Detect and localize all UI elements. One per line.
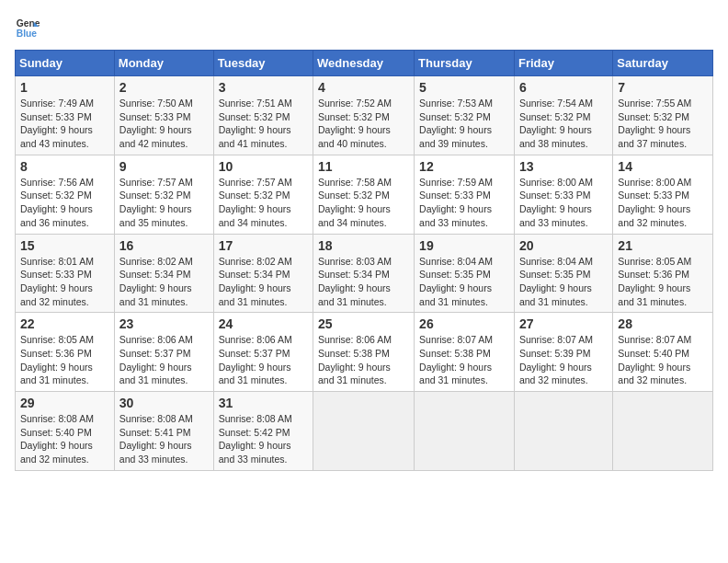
day-info: Sunrise: 8:08 AMSunset: 5:42 PMDaylight:… — [219, 412, 308, 466]
calendar-cell: 1Sunrise: 7:49 AMSunset: 5:33 PMDaylight… — [16, 76, 115, 155]
day-info: Sunrise: 8:06 AMSunset: 5:37 PMDaylight:… — [119, 333, 209, 387]
calendar-cell: 7Sunrise: 7:55 AMSunset: 5:32 PMDaylight… — [613, 76, 713, 155]
day-info: Sunrise: 7:53 AMSunset: 5:32 PMDaylight:… — [419, 97, 509, 151]
day-number: 28 — [618, 316, 708, 331]
weekday-header-saturday: Saturday — [613, 51, 713, 76]
day-number: 2 — [119, 80, 209, 95]
day-info: Sunrise: 8:00 AMSunset: 5:33 PMDaylight:… — [618, 176, 708, 230]
day-info: Sunrise: 7:57 AMSunset: 5:32 PMDaylight:… — [219, 176, 308, 230]
day-number: 23 — [119, 316, 209, 331]
day-number: 15 — [20, 238, 109, 253]
day-number: 25 — [318, 316, 409, 331]
calendar-week-5: 29Sunrise: 8:08 AMSunset: 5:40 PMDayligh… — [16, 392, 713, 471]
calendar-cell: 16Sunrise: 8:02 AMSunset: 5:34 PMDayligh… — [114, 234, 213, 313]
weekday-header-sunday: Sunday — [16, 51, 115, 76]
day-number: 26 — [419, 316, 509, 331]
day-info: Sunrise: 8:07 AMSunset: 5:38 PMDaylight:… — [419, 333, 509, 387]
day-number: 31 — [219, 396, 308, 410]
calendar-cell: 29Sunrise: 8:08 AMSunset: 5:40 PMDayligh… — [16, 392, 115, 471]
calendar-cell: 2Sunrise: 7:50 AMSunset: 5:33 PMDaylight… — [114, 76, 213, 155]
day-info: Sunrise: 8:08 AMSunset: 5:40 PMDaylight:… — [20, 412, 109, 466]
calendar-week-3: 15Sunrise: 8:01 AMSunset: 5:33 PMDayligh… — [16, 234, 713, 313]
calendar-cell — [313, 392, 415, 471]
calendar-cell: 9Sunrise: 7:57 AMSunset: 5:32 PMDaylight… — [114, 155, 213, 234]
day-info: Sunrise: 8:05 AMSunset: 5:36 PMDaylight:… — [20, 333, 109, 387]
calendar-cell: 26Sunrise: 8:07 AMSunset: 5:38 PMDayligh… — [415, 313, 515, 392]
calendar-cell: 31Sunrise: 8:08 AMSunset: 5:42 PMDayligh… — [213, 392, 313, 471]
calendar-week-4: 22Sunrise: 8:05 AMSunset: 5:36 PMDayligh… — [16, 313, 713, 392]
calendar-week-1: 1Sunrise: 7:49 AMSunset: 5:33 PMDaylight… — [16, 76, 713, 155]
day-number: 22 — [20, 316, 109, 331]
svg-text:General: General — [17, 18, 40, 29]
day-number: 18 — [318, 238, 409, 253]
day-info: Sunrise: 8:07 AMSunset: 5:39 PMDaylight:… — [519, 333, 608, 387]
day-info: Sunrise: 7:50 AMSunset: 5:33 PMDaylight:… — [119, 97, 209, 151]
calendar-cell: 14Sunrise: 8:00 AMSunset: 5:33 PMDayligh… — [613, 155, 713, 234]
day-info: Sunrise: 8:06 AMSunset: 5:38 PMDaylight:… — [318, 333, 409, 387]
day-info: Sunrise: 8:04 AMSunset: 5:35 PMDaylight:… — [419, 255, 509, 309]
day-number: 10 — [219, 159, 308, 174]
day-number: 3 — [219, 80, 308, 95]
calendar-cell: 8Sunrise: 7:56 AMSunset: 5:32 PMDaylight… — [16, 155, 115, 234]
calendar-table: SundayMondayTuesdayWednesdayThursdayFrid… — [15, 50, 713, 471]
day-info: Sunrise: 7:59 AMSunset: 5:33 PMDaylight:… — [419, 176, 509, 230]
day-number: 16 — [119, 238, 209, 253]
day-info: Sunrise: 7:52 AMSunset: 5:32 PMDaylight:… — [318, 97, 409, 151]
day-number: 20 — [519, 238, 608, 253]
day-info: Sunrise: 7:51 AMSunset: 5:32 PMDaylight:… — [219, 97, 308, 151]
day-number: 12 — [419, 159, 509, 174]
page-header: General Blue — [15, 15, 713, 40]
calendar-cell — [415, 392, 515, 471]
calendar-cell: 23Sunrise: 8:06 AMSunset: 5:37 PMDayligh… — [114, 313, 213, 392]
calendar-cell: 24Sunrise: 8:06 AMSunset: 5:37 PMDayligh… — [213, 313, 313, 392]
day-info: Sunrise: 8:01 AMSunset: 5:33 PMDaylight:… — [20, 255, 109, 309]
weekday-header-thursday: Thursday — [415, 51, 515, 76]
calendar-week-2: 8Sunrise: 7:56 AMSunset: 5:32 PMDaylight… — [16, 155, 713, 234]
calendar-cell: 15Sunrise: 8:01 AMSunset: 5:33 PMDayligh… — [16, 234, 115, 313]
day-info: Sunrise: 8:05 AMSunset: 5:36 PMDaylight:… — [618, 255, 708, 309]
logo: General Blue — [15, 15, 44, 40]
calendar-cell: 17Sunrise: 8:02 AMSunset: 5:34 PMDayligh… — [213, 234, 313, 313]
day-number: 29 — [20, 396, 109, 410]
day-number: 11 — [318, 159, 409, 174]
calendar-cell: 21Sunrise: 8:05 AMSunset: 5:36 PMDayligh… — [613, 234, 713, 313]
day-info: Sunrise: 8:02 AMSunset: 5:34 PMDaylight:… — [219, 255, 308, 309]
svg-text:Blue: Blue — [17, 29, 38, 39]
calendar-cell: 10Sunrise: 7:57 AMSunset: 5:32 PMDayligh… — [213, 155, 313, 234]
day-info: Sunrise: 8:06 AMSunset: 5:37 PMDaylight:… — [219, 333, 308, 387]
day-info: Sunrise: 8:03 AMSunset: 5:34 PMDaylight:… — [318, 255, 409, 309]
day-number: 9 — [119, 159, 209, 174]
day-info: Sunrise: 8:08 AMSunset: 5:41 PMDaylight:… — [119, 412, 209, 466]
calendar-cell: 20Sunrise: 8:04 AMSunset: 5:35 PMDayligh… — [514, 234, 612, 313]
calendar-cell: 11Sunrise: 7:58 AMSunset: 5:32 PMDayligh… — [313, 155, 415, 234]
day-number: 13 — [519, 159, 608, 174]
day-info: Sunrise: 7:49 AMSunset: 5:33 PMDaylight:… — [20, 97, 109, 151]
calendar-cell: 27Sunrise: 8:07 AMSunset: 5:39 PMDayligh… — [514, 313, 612, 392]
day-number: 19 — [419, 238, 509, 253]
calendar-cell: 5Sunrise: 7:53 AMSunset: 5:32 PMDaylight… — [415, 76, 515, 155]
day-number: 4 — [318, 80, 409, 95]
calendar-cell: 30Sunrise: 8:08 AMSunset: 5:41 PMDayligh… — [114, 392, 213, 471]
day-number: 14 — [618, 159, 708, 174]
day-number: 1 — [20, 80, 109, 95]
day-number: 6 — [519, 80, 608, 95]
day-info: Sunrise: 7:56 AMSunset: 5:32 PMDaylight:… — [20, 176, 109, 230]
day-number: 5 — [419, 80, 509, 95]
weekday-header-wednesday: Wednesday — [313, 51, 415, 76]
calendar-cell: 28Sunrise: 8:07 AMSunset: 5:40 PMDayligh… — [613, 313, 713, 392]
logo-icon: General Blue — [15, 15, 40, 40]
calendar-cell: 6Sunrise: 7:54 AMSunset: 5:32 PMDaylight… — [514, 76, 612, 155]
day-info: Sunrise: 8:02 AMSunset: 5:34 PMDaylight:… — [119, 255, 209, 309]
calendar-cell: 12Sunrise: 7:59 AMSunset: 5:33 PMDayligh… — [415, 155, 515, 234]
day-number: 17 — [219, 238, 308, 253]
day-info: Sunrise: 7:55 AMSunset: 5:32 PMDaylight:… — [618, 97, 708, 151]
day-number: 8 — [20, 159, 109, 174]
day-info: Sunrise: 7:58 AMSunset: 5:32 PMDaylight:… — [318, 176, 409, 230]
day-number: 30 — [119, 396, 209, 410]
day-number: 21 — [618, 238, 708, 253]
day-info: Sunrise: 7:54 AMSunset: 5:32 PMDaylight:… — [519, 97, 608, 151]
day-number: 27 — [519, 316, 608, 331]
day-number: 7 — [618, 80, 708, 95]
weekday-header-tuesday: Tuesday — [213, 51, 313, 76]
weekday-header-monday: Monday — [114, 51, 213, 76]
